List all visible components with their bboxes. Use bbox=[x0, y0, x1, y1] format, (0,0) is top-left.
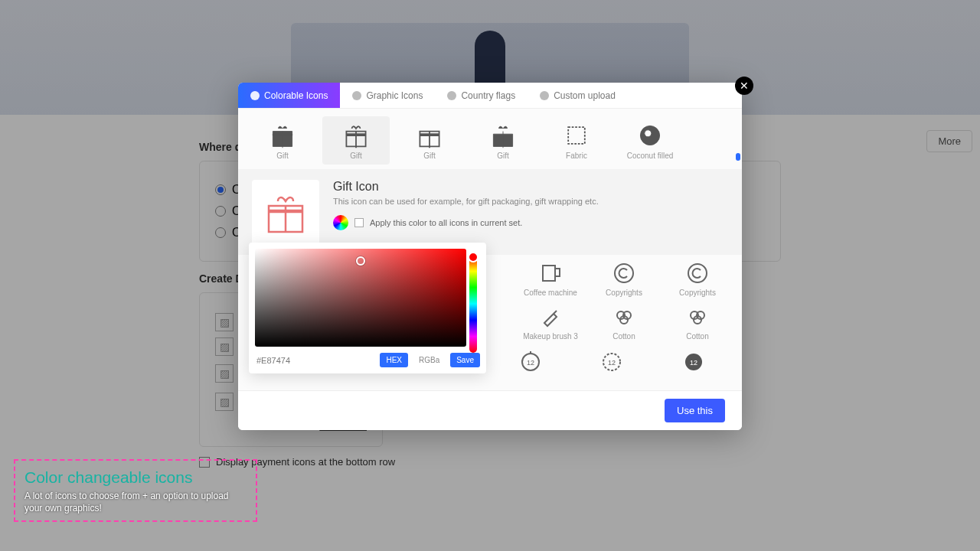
icon-label: Fabric bbox=[544, 152, 609, 160]
icon-label: Copyrights bbox=[664, 289, 731, 297]
close-icon[interactable]: ✕ bbox=[735, 77, 753, 95]
icon-timer-12a[interactable]: 12 bbox=[497, 347, 564, 374]
icon-cotton-2[interactable]: Cotton bbox=[664, 303, 731, 341]
saturation-value-area[interactable] bbox=[255, 249, 466, 347]
icon-label: Coconut filled bbox=[618, 152, 682, 160]
svg-rect-0 bbox=[568, 127, 585, 144]
icon-label: Copyrights bbox=[590, 289, 658, 297]
svg-point-6 bbox=[688, 264, 707, 282]
tab-label: Graphic Icons bbox=[366, 90, 423, 101]
icon-copyrights-2[interactable]: Copyrights bbox=[664, 259, 731, 297]
color-wheel-icon[interactable] bbox=[333, 215, 348, 230]
svg-rect-3 bbox=[543, 266, 555, 281]
svg-text:12: 12 bbox=[690, 359, 697, 367]
feature-callout: Color changeable icons A lot of icons to… bbox=[14, 459, 257, 522]
apply-all-label: Apply this color to all icons in current… bbox=[370, 218, 522, 227]
icon-gift-2-selected[interactable]: Gift bbox=[322, 116, 390, 165]
circle-icon bbox=[352, 91, 361, 100]
icon-picker-modal: Colorable Icons Graphic Icons Country fl… bbox=[238, 83, 742, 430]
tab-custom-upload[interactable]: Custom upload bbox=[528, 83, 628, 108]
color-picker: #E87474 HEX RGBa Save bbox=[249, 243, 486, 373]
tab-colorable-icons[interactable]: Colorable Icons bbox=[238, 83, 340, 108]
apply-all-checkbox[interactable] bbox=[354, 218, 364, 227]
hex-value: #E87474 bbox=[255, 356, 375, 365]
modal-tabs: Colorable Icons Graphic Icons Country fl… bbox=[238, 83, 742, 109]
flag-icon bbox=[447, 91, 456, 100]
icon-label: Gift bbox=[397, 152, 462, 160]
icon-timer-12c[interactable]: 12 bbox=[660, 347, 727, 374]
tab-country-flags[interactable]: Country flags bbox=[435, 83, 528, 108]
icon-coconut[interactable]: Coconut filled bbox=[616, 116, 684, 165]
hue-thumb[interactable] bbox=[468, 252, 479, 262]
person-icon bbox=[250, 91, 260, 100]
icon-coffee-machine[interactable]: Coffee machine bbox=[517, 259, 584, 297]
icon-label: Cotton bbox=[664, 332, 731, 341]
icon-gift-1[interactable]: Gift bbox=[249, 116, 316, 165]
icon-label: Gift bbox=[324, 152, 388, 160]
callout-title: Color changeable icons bbox=[24, 468, 247, 487]
icon-copyrights-1[interactable]: Copyrights bbox=[590, 259, 658, 297]
icon-gift-3[interactable]: Gift bbox=[396, 116, 463, 165]
icon-timer-12b[interactable]: 12 bbox=[578, 347, 645, 374]
sv-cursor[interactable] bbox=[356, 256, 365, 266]
callout-desc: A lot of icons to choose from + an optio… bbox=[24, 490, 247, 514]
scrollbar-thumb[interactable] bbox=[736, 153, 740, 161]
hex-mode-button[interactable]: HEX bbox=[380, 353, 408, 367]
svg-rect-4 bbox=[555, 269, 560, 276]
tab-graphic-icons[interactable]: Graphic Icons bbox=[340, 83, 435, 108]
hue-slider[interactable] bbox=[469, 255, 477, 353]
icon-makeup-brush[interactable]: Makeup brush 3 bbox=[517, 303, 584, 341]
icon-label: Gift bbox=[471, 152, 535, 160]
icon-cotton-1[interactable]: Cotton bbox=[590, 303, 658, 341]
icon-row-top: Gift Gift Gift Gift Fabric Coconut fille… bbox=[238, 109, 742, 165]
use-this-button[interactable]: Use this bbox=[665, 399, 725, 422]
svg-text:12: 12 bbox=[527, 359, 534, 367]
icon-label: Cotton bbox=[590, 332, 658, 341]
detail-title: Gift Icon bbox=[333, 180, 728, 194]
gift-icon bbox=[261, 189, 310, 238]
upload-icon bbox=[540, 91, 549, 100]
icon-label: Coffee machine bbox=[517, 289, 584, 297]
icon-label: Makeup brush 3 bbox=[517, 332, 584, 341]
tab-label: Custom upload bbox=[554, 90, 616, 101]
save-color-button[interactable]: Save bbox=[450, 353, 480, 367]
svg-text:12: 12 bbox=[608, 359, 616, 367]
icon-preview bbox=[252, 180, 319, 247]
icon-fabric[interactable]: Fabric bbox=[543, 116, 610, 165]
tab-label: Country flags bbox=[461, 90, 515, 101]
svg-point-2 bbox=[645, 130, 652, 137]
icon-label: Gift bbox=[250, 152, 315, 160]
detail-description: This icon can be used for example, for g… bbox=[333, 197, 728, 206]
icon-detail-panel: Gift Icon This icon can be used for exam… bbox=[238, 169, 742, 255]
icon-gift-4[interactable]: Gift bbox=[469, 116, 537, 165]
rgba-mode-button[interactable]: RGBa bbox=[413, 353, 446, 367]
modal-footer: Use this bbox=[238, 390, 742, 430]
modal-body: Gift Gift Gift Gift Fabric Coconut fille… bbox=[238, 109, 742, 390]
tab-label: Colorable Icons bbox=[264, 90, 328, 101]
svg-point-5 bbox=[615, 264, 633, 282]
